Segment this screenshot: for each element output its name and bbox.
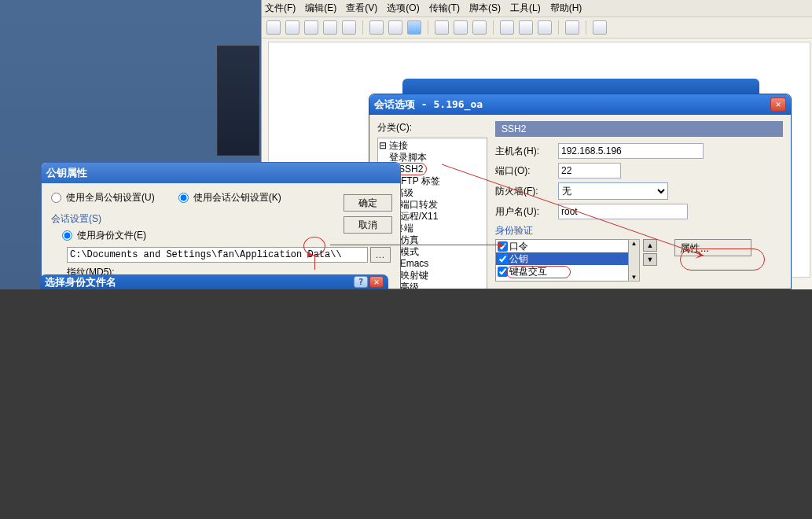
toolbar-separator [558,20,559,35]
auth-item-keyboard[interactable]: 键盘交互 [496,265,628,278]
radio-use-identity-label[interactable]: 使用身份文件(E) [62,229,391,242]
radio-use-identity[interactable] [62,230,72,241]
username-label: 用户名(U): [495,205,552,219]
toolbar-icon-3[interactable] [304,20,318,35]
toolbar-icon-5[interactable] [342,20,356,35]
toolbar-icon-9[interactable] [435,20,449,35]
toolbar-icon-10[interactable] [454,20,468,35]
radio-global[interactable] [51,193,61,203]
hostname-input[interactable] [558,143,704,159]
session-settings-label: 会话设置(S) [51,212,391,226]
toolbar-icon-14[interactable] [538,20,552,35]
username-input[interactable] [558,204,688,219]
toolbar-separator [428,20,428,35]
toolbar-icon-8[interactable] [407,20,421,35]
properties-button[interactable]: 属性... [674,239,751,256]
move-down-button[interactable]: ▼ [643,253,657,266]
menu-file[interactable]: 文件(F) [265,2,296,15]
publickey-properties-dialog: 公钥属性 使用全局公钥设置(U) 使用会话公钥设置(K) 会话设置(S) 使用身… [41,162,401,289]
publickey-titlebar[interactable]: 公钥属性 [42,163,400,183]
toolbar-icon-16[interactable] [593,20,607,35]
select-file-title: 选择身份文件名 [45,275,354,289]
menu-edit[interactable]: 编辑(E) [305,2,336,15]
toolbar-icon-7[interactable] [388,20,402,35]
firewall-select[interactable]: 无 [558,182,668,200]
auth-list-scrollbar[interactable]: ▲▼ [629,239,640,282]
identity-file-input[interactable] [67,247,368,263]
menu-options[interactable]: 选项(O) [387,2,419,15]
menu-view[interactable]: 查看(V) [346,2,377,15]
menubar: 文件(F) 编辑(E) 查看(V) 选项(O) 传输(T) 脚本(S) 工具(L… [262,0,812,17]
hostname-label: 主机名(H): [495,145,552,158]
toolbar-separator [362,20,363,35]
tree-item-connection[interactable]: ⊟ 连接 [379,140,486,152]
auth-item-publickey[interactable]: 公钥 [496,252,628,265]
menu-help[interactable]: 帮助(H) [550,2,582,15]
radio-global-label[interactable]: 使用全局公钥设置(U) [51,191,155,204]
toolbar-separator [493,20,494,35]
move-up-button[interactable]: ▲ [643,239,657,252]
cropped-region [0,289,812,519]
auth-method-list[interactable]: 口令 公钥 键盘交互 [495,239,629,282]
session-options-titlebar[interactable]: 会话选项 - 5.196_oa ✕ [369,94,791,115]
toolbar [262,17,812,39]
auth-label: 身份验证 [495,224,783,237]
toolbar-icon-4[interactable] [323,20,337,35]
menu-tools[interactable]: 工具(L) [510,2,541,15]
session-options-dialog: 会话选项 - 5.196_oa ✕ 分类(C): ⊟ 连接 登录脚本 ⊟ SSH… [369,94,792,289]
radio-session-label[interactable]: 使用会话公钥设置(K) [178,191,281,204]
toolbar-icon-6[interactable] [369,20,384,35]
toolbar-icon-12[interactable] [500,20,514,35]
toolbar-icon-1[interactable] [266,20,281,35]
category-label: 分类(C): [377,121,487,134]
select-identity-file-dialog: 选择身份文件名 ? ✕ [40,274,388,289]
publickey-title: 公钥属性 [46,166,395,180]
toolbar-icon-15[interactable] [565,20,579,35]
auth-item-password[interactable]: 口令 [496,240,628,252]
ssh2-panel-header: SSH2 [495,121,783,137]
firewall-label: 防火墙(F): [495,185,552,198]
toolbar-icon-13[interactable] [519,20,533,35]
port-label: 端口(O): [495,164,552,178]
toolbar-separator [586,20,586,35]
close-icon[interactable]: ✕ [369,276,384,288]
close-icon[interactable]: ✕ [770,98,786,112]
toolbar-icon-2[interactable] [285,20,299,35]
session-options-title: 会话选项 - 5.196_oa [374,98,770,112]
cancel-button[interactable]: 取消 [344,216,392,234]
port-input[interactable] [558,163,621,179]
browse-button[interactable]: ... [370,247,391,263]
menu-script[interactable]: 脚本(S) [469,2,501,15]
help-icon[interactable]: ? [354,276,368,288]
toolbar-icon-11[interactable] [472,20,487,35]
select-file-titlebar[interactable]: 选择身份文件名 ? ✕ [40,274,388,289]
underlying-dialog-titlebar [402,79,759,94]
desktop-thumbnail [217,46,259,156]
ok-button[interactable]: 确定 [344,194,392,212]
radio-session[interactable] [178,193,189,203]
menu-transfer[interactable]: 传输(T) [429,2,460,15]
